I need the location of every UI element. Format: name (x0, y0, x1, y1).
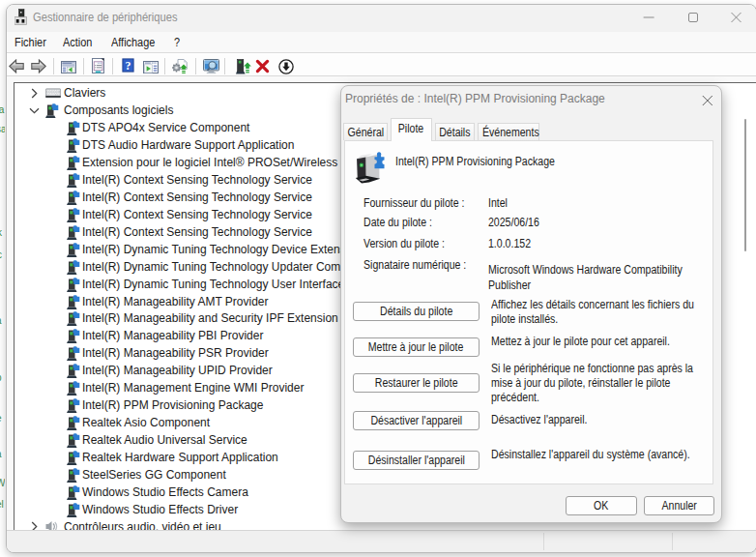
svg-text:?: ? (126, 59, 131, 73)
